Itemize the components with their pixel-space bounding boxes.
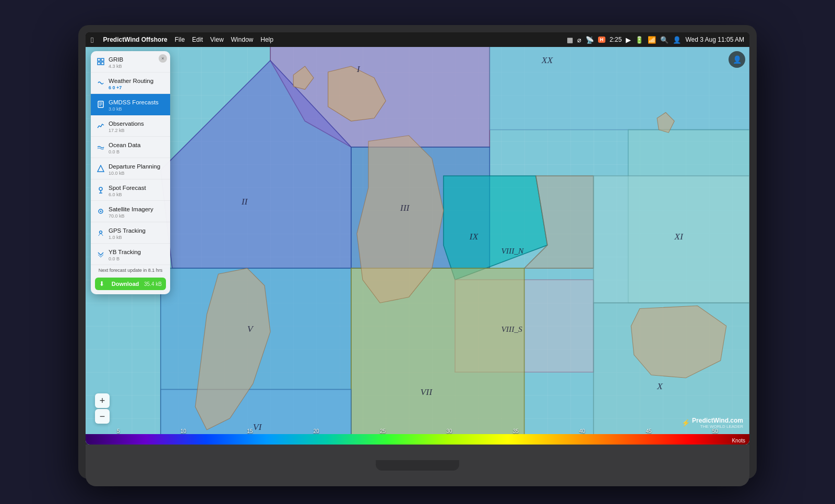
yb-tracking-size: 0.0 B (109, 256, 165, 261)
sidebar-item-gps-tracking[interactable]: GPS Tracking 1.0 kB (91, 222, 170, 244)
download-size: 35.4 kB (144, 281, 162, 287)
ocean-data-icon (96, 142, 105, 152)
satellite-imagery-size: 70.0 kB (109, 213, 165, 219)
menu-window[interactable]: Window (231, 36, 254, 43)
apple-icon:  (91, 35, 93, 44)
wind-scale: 5 10 15 20 25 30 35 40 45 50 Knots (86, 431, 749, 445)
svg-rect-28 (98, 58, 100, 61)
menubar-left:  PredictWind Offshore File Edit View Wi… (91, 35, 273, 44)
sidebar-item-spot-forecast[interactable]: Spot Forecast 6.0 kB (91, 179, 170, 201)
menu-edit[interactable]: Edit (192, 36, 203, 43)
menu-view[interactable]: View (210, 36, 224, 43)
weather-routing-size: 6 0 +7 (109, 85, 165, 90)
scale-35: 35 (513, 428, 519, 434)
satellite-imagery-text: Satellite Imagery 70.0 kB (109, 204, 165, 219)
gps-tracking-text: GPS Tracking 1.0 kB (109, 225, 165, 240)
satellite-imagery-icon (96, 207, 105, 216)
map-area[interactable]: I II III V VI VII VIII_N VIII_S IX X XI … (86, 47, 749, 445)
battery-icon: 🔋 (635, 36, 643, 44)
svg-text:X: X (657, 381, 663, 391)
zoom-out-button[interactable]: − (95, 409, 110, 424)
sidebar-item-weather-routing[interactable]: Weather Routing 6 0 +7 (91, 73, 170, 94)
spot-forecast-text: Spot Forecast 6.0 kB (109, 183, 165, 197)
svg-marker-3 (490, 47, 749, 130)
grib-text: GRIB 4.3 kB (109, 54, 165, 69)
main-content: I II III V VI VII VIII_N VIII_S IX X XI … (86, 47, 749, 445)
grib-icon (96, 57, 105, 66)
sidebar-item-gmdss[interactable]: GMDSS Forecasts 3.0 kB (91, 94, 170, 115)
ocean-data-label: Ocean Data (109, 142, 140, 148)
grib-label: GRIB (109, 56, 123, 63)
svg-marker-12 (593, 176, 749, 303)
battery-time: 2:25 (610, 36, 622, 43)
gmdss-label: GMDSS Forecasts (109, 99, 159, 105)
app-name[interactable]: PredictWind Offshore (103, 36, 167, 43)
weather-routing-icon (96, 78, 105, 88)
scale-30: 30 (446, 428, 452, 434)
grid-icon: ▦ (567, 36, 573, 44)
svg-point-37 (99, 187, 102, 190)
scale-25: 25 (380, 428, 386, 434)
user-icon: 👤 (733, 55, 742, 64)
scale-15: 15 (247, 428, 253, 434)
weather-routing-label: Weather Routing (109, 78, 153, 84)
spot-forecast-label: Spot Forecast (109, 185, 146, 191)
zoom-in-button[interactable]: + (95, 393, 110, 408)
svg-text:VIII_S: VIII_S (501, 325, 522, 333)
user-profile-button[interactable]: 👤 (729, 51, 745, 68)
gps-tracking-size: 1.0 kB (109, 235, 165, 240)
sidebar-item-observations[interactable]: Observations 17.2 kB (91, 115, 170, 137)
observations-icon (96, 121, 105, 130)
sidebar-item-satellite-imagery[interactable]: Satellite Imagery 70.0 kB (91, 201, 170, 222)
laptop-frame:  PredictWind Offshore File Edit View Wi… (78, 25, 757, 479)
forecast-update-notice: Next forecast update in 8.1 hrs (91, 265, 170, 275)
ocean-data-text: Ocean Data 0.0 B (109, 140, 165, 154)
gmdss-text: GMDSS Forecasts 3.0 kB (109, 97, 165, 112)
zoom-controls: + − (95, 393, 110, 424)
datetime: Wed 3 Aug 11:05 AM (685, 36, 744, 43)
sidebar-item-grib[interactable]: GRIB 4.3 kB (91, 51, 170, 73)
yb-tracking-icon (96, 249, 105, 259)
sidebar-item-yb-tracking[interactable]: YB Tracking 0.0 B (91, 244, 170, 265)
observations-size: 17.2 kB (109, 128, 165, 133)
scale-5: 5 (117, 428, 120, 434)
sidebar-item-ocean-data[interactable]: Ocean Data 0.0 B (91, 137, 170, 158)
spot-forecast-icon (96, 185, 105, 195)
search-icon[interactable]: 🔍 (660, 36, 669, 44)
headphone-icon: ⌀ (577, 36, 581, 44)
grib-size: 4.3 kB (109, 64, 165, 69)
sidebar-item-departure-planning[interactable]: Departure Planning 10.0 kB (91, 158, 170, 179)
knots-label: Knots (732, 438, 745, 443)
menu-help[interactable]: Help (260, 36, 273, 43)
yb-tracking-text: YB Tracking 0.0 B (109, 247, 165, 261)
download-label: Download (112, 281, 139, 287)
gps-tracking-label: GPS Tracking (109, 227, 146, 234)
svg-rect-30 (98, 62, 100, 65)
spot-forecast-size: 6.0 kB (109, 192, 165, 197)
svg-text:XX: XX (541, 55, 554, 65)
logo-main: PredictWind.com (692, 417, 743, 424)
wifi-rec-icon: 📡 (586, 36, 594, 44)
svg-text:IX: IX (469, 231, 479, 242)
predictwind-logo: ⚡ PredictWind.com THE WORLD LEADER (682, 417, 743, 429)
menu-file[interactable]: File (175, 36, 185, 43)
battery-badge: H (598, 37, 606, 43)
wifi-icon: 📶 (648, 36, 656, 44)
scale-10: 10 (181, 428, 186, 434)
svg-rect-29 (101, 58, 104, 61)
svg-text:I: I (356, 64, 361, 74)
scale-40: 40 (579, 428, 585, 434)
play-icon: ▶ (626, 36, 631, 44)
sidebar-close-button[interactable]: × (159, 54, 167, 63)
user-account-icon[interactable]: 👤 (673, 36, 681, 44)
weather-routing-text: Weather Routing 6 0 +7 (109, 76, 165, 90)
yb-tracking-label: YB Tracking (109, 249, 141, 255)
svg-point-39 (100, 211, 102, 212)
svg-text:VIII_N: VIII_N (501, 246, 524, 255)
satellite-imagery-label: Satellite Imagery (109, 206, 153, 212)
scale-50: 50 (712, 428, 718, 434)
observations-label: Observations (109, 121, 144, 127)
map-svg: I II III V VI VII VIII_N VIII_S IX X XI … (86, 47, 749, 445)
download-icon: ⬇ (99, 280, 104, 287)
download-button[interactable]: ⬇ Download 35.4 kB (95, 278, 166, 290)
